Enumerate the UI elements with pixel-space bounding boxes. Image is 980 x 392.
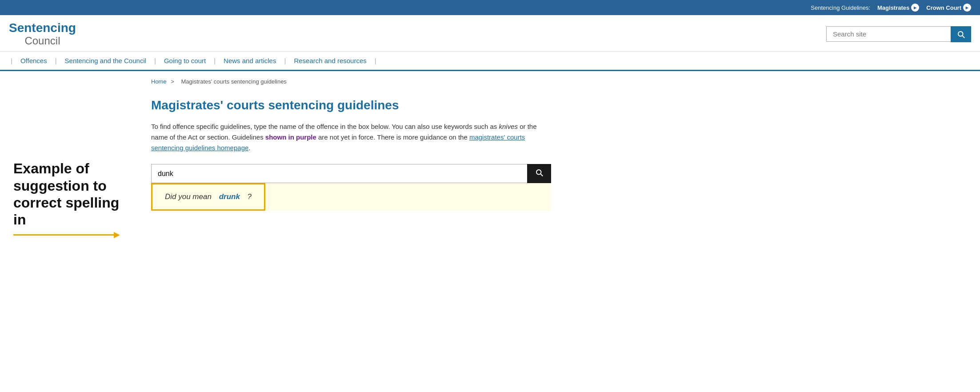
nav-sep-5: | — [282, 52, 288, 70]
page-description: To find offence specific guidelines, typ… — [151, 121, 551, 153]
nav-item-news[interactable]: News and articles — [217, 52, 282, 70]
spell-suggestion-box: Did you mean drunk ? — [151, 183, 265, 211]
logo-sentencing: Sentencing — [9, 21, 76, 35]
arrow-row — [13, 232, 120, 238]
offence-search-icon — [535, 168, 543, 176]
arrow-line — [13, 234, 114, 236]
nav-sep-1: | — [9, 52, 14, 70]
svg-point-2 — [536, 170, 541, 175]
crown-court-link[interactable]: Crown Court ► — [926, 4, 971, 12]
breadcrumb: Home > Magistrates' courts sentencing gu… — [151, 78, 962, 85]
top-banner: Sentencing Guidelines: Magistrates ► Cro… — [0, 0, 980, 15]
nav-sep-4: | — [212, 52, 217, 70]
page-layout: Example of suggestion to correct spellin… — [0, 71, 980, 338]
arrow-head-icon — [114, 232, 120, 238]
sentencing-guidelines-label: Sentencing Guidelines: — [811, 4, 870, 11]
site-header: Sentencing Council — [0, 15, 980, 52]
breadcrumb-current: Magistrates' courts sentencing guideline… — [181, 78, 287, 85]
spell-suffix: ? — [248, 192, 252, 201]
example-text: Example of suggestion to correct spellin… — [13, 160, 120, 228]
nav-item-research[interactable]: Research and resources — [288, 52, 372, 70]
desc-part1: To find offence specific guidelines, typ… — [151, 123, 499, 130]
offence-search-row — [151, 164, 551, 183]
spell-suggestion-link[interactable]: drunk — [219, 192, 240, 201]
nav-item-going-to-court[interactable]: Going to court — [158, 52, 212, 70]
main-content: Home > Magistrates' courts sentencing gu… — [133, 71, 980, 338]
nav-sep-6: | — [373, 52, 378, 70]
magistrates-link[interactable]: Magistrates ► — [877, 4, 919, 12]
site-logo[interactable]: Sentencing Council — [9, 21, 76, 47]
offence-search-input[interactable] — [151, 164, 527, 183]
svg-line-1 — [963, 36, 965, 38]
main-nav: | Offences | Sentencing and the Council … — [0, 52, 980, 71]
left-example-label: Example of suggestion to correct spellin… — [0, 71, 133, 338]
header-search-area — [826, 26, 971, 42]
logo-council: Council — [9, 35, 76, 47]
spell-prefix: Did you mean — [165, 192, 212, 201]
logo-area: Sentencing Council — [9, 21, 76, 47]
search-icon — [957, 30, 965, 38]
breadcrumb-separator: > — [171, 78, 174, 85]
desc-end: . — [248, 144, 250, 152]
svg-point-0 — [958, 32, 963, 36]
desc-italic: knives — [499, 123, 518, 130]
magistrates-link-label: Magistrates — [877, 4, 909, 11]
nav-sep-2: | — [53, 52, 59, 70]
offence-search-button[interactable] — [527, 164, 551, 183]
svg-line-3 — [541, 174, 543, 176]
nav-sep-3: | — [152, 52, 158, 70]
nav-item-offences[interactable]: Offences — [14, 52, 53, 70]
desc-purple: shown in purple — [265, 133, 316, 141]
search-button[interactable] — [951, 26, 971, 42]
search-input[interactable] — [826, 26, 951, 42]
page-title: Magistrates' courts sentencing guideline… — [151, 98, 962, 112]
breadcrumb-home[interactable]: Home — [151, 78, 167, 85]
desc-part3: are not yet in force. There is more guid… — [316, 133, 469, 141]
crown-court-link-label: Crown Court — [926, 4, 961, 11]
spell-suggestion-bar: Did you mean drunk ? — [151, 183, 551, 211]
crown-court-arrow-icon: ► — [963, 4, 971, 12]
nav-item-sentencing-council[interactable]: Sentencing and the Council — [59, 52, 152, 70]
magistrates-arrow-icon: ► — [911, 4, 919, 12]
